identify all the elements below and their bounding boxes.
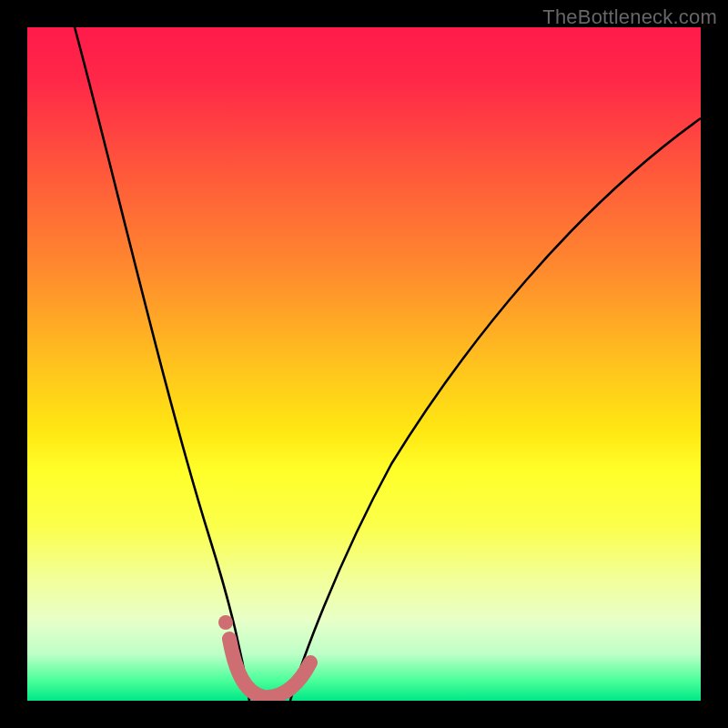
curves-layer	[27, 27, 701, 701]
left-curve	[75, 27, 249, 701]
plot-area	[27, 27, 701, 701]
highlight-dot	[218, 615, 233, 630]
highlight-arc	[229, 639, 310, 697]
right-curve	[290, 118, 701, 701]
chart-frame: TheBottleneck.com	[0, 0, 728, 728]
watermark-text: TheBottleneck.com	[542, 5, 717, 29]
